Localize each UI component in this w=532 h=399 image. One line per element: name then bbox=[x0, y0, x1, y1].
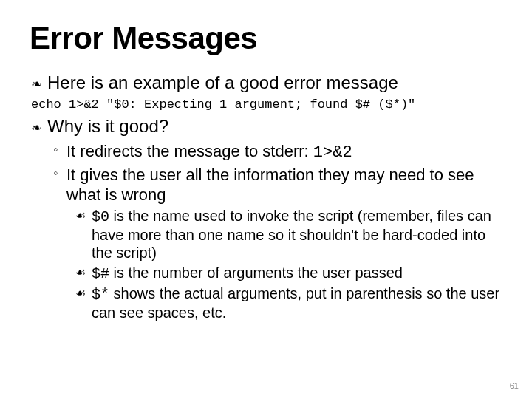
bullet-item: ❧ Why is it good? bbox=[31, 116, 502, 138]
inline-code: $# bbox=[92, 265, 109, 282]
text-fragment: It redirects the message to stderr: bbox=[66, 142, 313, 160]
subsub-bullet-item: ☙ $0 is the name used to invoke the scri… bbox=[75, 207, 502, 262]
bullet-text: Here is an example of a good error messa… bbox=[47, 72, 398, 93]
rotated-floral-bullet-icon: ❧ bbox=[31, 74, 47, 95]
subsub-bullet-text: $# is the number of arguments the user p… bbox=[92, 264, 403, 283]
reversed-floral-bullet-icon: ☙ bbox=[75, 284, 92, 302]
text-fragment: shows the actual arguments, put in paren… bbox=[92, 285, 499, 321]
reversed-floral-bullet-icon: ☙ bbox=[75, 264, 92, 282]
sub-bullet-text: It gives the user all the information th… bbox=[66, 165, 502, 205]
text-fragment: is the number of arguments the user pass… bbox=[109, 265, 403, 281]
subsub-bullet-item: ☙ $* shows the actual arguments, put in … bbox=[75, 284, 502, 322]
sub-bullet-item: ◦ It redirects the message to stderr: 1>… bbox=[53, 141, 502, 163]
code-example: echo 1>&2 "$0: Expecting 1 argument; fou… bbox=[31, 98, 502, 112]
page-number: 61 bbox=[510, 381, 519, 390]
subsub-bullet-text: $* shows the actual arguments, put in pa… bbox=[92, 284, 502, 322]
inline-code: $* bbox=[92, 286, 109, 303]
inline-code: $0 bbox=[92, 208, 109, 225]
subsub-bullet-text: $0 is the name used to invoke the script… bbox=[92, 207, 502, 262]
hollow-circle-bullet-icon: ◦ bbox=[53, 141, 66, 158]
rotated-floral-bullet-icon: ❧ bbox=[31, 117, 47, 138]
hollow-circle-bullet-icon: ◦ bbox=[53, 165, 66, 182]
inline-code: 1>&2 bbox=[313, 143, 352, 162]
text-fragment: is the name used to invoke the script (r… bbox=[92, 208, 491, 262]
sub-bullet-item: ◦ It gives the user all the information … bbox=[53, 165, 502, 205]
bullet-item: ❧ Here is an example of a good error mes… bbox=[31, 72, 502, 95]
slide-title: Error Messages bbox=[30, 21, 502, 56]
sub-bullet-text: It redirects the message to stderr: 1>&2 bbox=[66, 141, 352, 163]
bullet-text: Why is it good? bbox=[47, 116, 168, 137]
subsub-bullet-item: ☙ $# is the number of arguments the user… bbox=[75, 264, 502, 283]
reversed-floral-bullet-icon: ☙ bbox=[75, 207, 92, 225]
